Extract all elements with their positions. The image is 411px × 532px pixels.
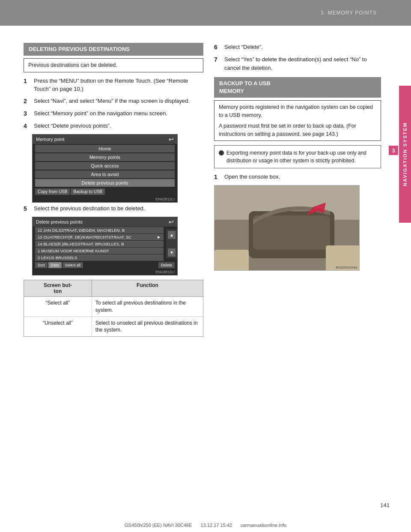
screen-list-item-3: 14 BLAES(R.)/BLAESSTRAAT, BRUXELLES, B: [35, 241, 164, 247]
page-number: 141: [380, 502, 390, 508]
screen-mockup-memory-point: Memory point ↩ Home Memory points Quick …: [32, 134, 178, 203]
screen-buttons-table: Screen but-ton Function “Select all” To …: [24, 280, 203, 337]
screen-1-title: Memory point: [36, 137, 65, 142]
table-cell-unselect-all-label: “Unselect all”: [24, 317, 92, 337]
footer: GS450h/250 (EE) NAVI 30C48E 13.12.17 15:…: [0, 523, 411, 528]
table-row-select-all: “Select all” To select all previous dest…: [24, 297, 203, 317]
screen-list-item-1: 12 JAN DILSSTRAAT, DIEGEM, MACHELEN, B: [35, 227, 164, 233]
svg-rect-3: [253, 215, 330, 250]
left-column: DELETING PREVIOUS DESTINATIONS Previous …: [24, 43, 203, 337]
step-7-number: 7: [214, 55, 221, 72]
backup-heading-line2: MEMORY: [219, 88, 244, 94]
footer-model: GS450h/250 (EE) NAVI 30C48E: [125, 523, 192, 528]
step-2-number: 2: [24, 97, 30, 106]
screen-list-item-4: 1 MUSEUM VOOR MODERNE KUNST: [35, 248, 164, 254]
backup-heading-line1: BACKUP TO A USB: [219, 80, 271, 87]
step-7-text: Select “Yes” to delete the destination(s…: [224, 55, 381, 72]
bullet-icon: [219, 150, 224, 155]
header-title-text: 3. MEMORY POINTS: [321, 10, 377, 16]
delete-button[interactable]: Delete: [158, 262, 175, 268]
back-arrow-icon-2: ↩: [169, 218, 174, 225]
step-4-text: Select “Delete previous points”.: [34, 122, 203, 131]
side-tab-label: NAVIGATION SYSTEM: [402, 122, 408, 186]
screen-item-area-to-avoid: Area to avoid: [35, 170, 175, 178]
step-6-text: Select “Delete”.: [224, 43, 381, 52]
step-open-console: 1 Open the console box.: [214, 173, 381, 182]
car-console-image: BN20003SNle: [214, 185, 360, 271]
screen-sort-bar: Sort Date Select all Delete: [33, 261, 177, 269]
chapter-number-badge: 3: [389, 146, 398, 155]
screen-1-code: EN42812LI: [33, 197, 177, 202]
screen-item-quick-access: Quick access: [35, 162, 175, 170]
table-header-button: Screen but-ton: [24, 280, 92, 296]
step-open-number: 1: [214, 173, 221, 182]
step-1-number: 1: [24, 77, 30, 93]
info-backup-line2: A password must first be set in order to…: [219, 122, 376, 138]
screen-list-item-5: 2 LEXUS BRUSSELS: [35, 254, 164, 261]
top-header: 3. MEMORY POINTS: [0, 0, 411, 26]
step-3: 3 Select “Memory point” on the navigatio…: [24, 109, 203, 118]
svg-rect-4: [214, 250, 249, 271]
sort-button[interactable]: Sort: [35, 262, 48, 268]
table-cell-select-all-function: To select all previous destinations in t…: [92, 297, 203, 317]
step-4-number: 4: [24, 122, 30, 131]
table-header-function: Function: [92, 280, 203, 296]
note-box-exporting: Exporting memory point data is for your …: [214, 145, 381, 168]
info-box-backup: Memory points registered in the navigati…: [214, 100, 381, 141]
screen-title-bar-1: Memory point ↩: [33, 134, 177, 144]
screen-list-item-2: 13 OUATRECHT(R. DE)/KWATRECHTSTRAAT, SC …: [35, 234, 164, 240]
section-heading-deleting: DELETING PREVIOUS DESTINATIONS: [24, 43, 203, 56]
date-button[interactable]: Date: [48, 262, 62, 268]
step-3-number: 3: [24, 109, 30, 118]
table-header-row: Screen but-ton Function: [24, 280, 203, 297]
screen-item-delete-previous: Delete previous points: [35, 179, 175, 187]
step-2: 2 Select “Navi”, and select “Menu” if th…: [24, 97, 203, 106]
right-column: 6 Select “Delete”. 7 Select “Yes” to del…: [214, 43, 381, 271]
step-2-text: Select “Navi”, and select “Menu” if the …: [34, 97, 203, 106]
info-backup-line1: Memory points registered in the navigati…: [219, 103, 376, 120]
step-1-text: Press the “MENU” button on the Remote To…: [34, 77, 203, 93]
step-6: 6 Select “Delete”.: [214, 43, 381, 52]
header-title-bar: 3. MEMORY POINTS: [0, 0, 411, 26]
back-arrow-icon: ↩: [169, 136, 174, 143]
screen-item-home: Home: [35, 145, 175, 152]
footer-date: 13.12.17 15:42: [201, 523, 232, 528]
note-text: Exporting memory point data is for your …: [226, 149, 376, 164]
screen-2-title: Delete previous points: [36, 219, 83, 224]
table-row-unselect-all: “Unselect all” Select to unselect all pr…: [24, 317, 203, 337]
footer-watermark: carmanualsonline.info: [241, 523, 286, 528]
step-5: 5 Select the previous destination to be …: [24, 204, 203, 213]
section-heading-backup: BACKUP TO A USB MEMORY: [214, 77, 381, 98]
screen-mockup-delete-previous: Delete previous points ↩ 12 JAN DILSSTRA…: [32, 217, 178, 275]
step-5-number: 5: [24, 204, 30, 213]
step-open-text: Open the console box.: [224, 173, 381, 182]
table-cell-unselect-all-function: Select to unselect all previous destinat…: [92, 317, 203, 337]
car-image-svg: [214, 185, 360, 271]
car-image-code: BN20003SNle: [336, 266, 357, 269]
select-all-button[interactable]: Select all: [63, 262, 83, 268]
step-6-number: 6: [214, 43, 221, 52]
info-box-deletable: Previous destinations can be deleted.: [24, 58, 203, 72]
screen-2-code: EN43812LI: [33, 269, 177, 275]
screen-item-memory-points: Memory points: [35, 153, 175, 161]
step-7: 7 Select “Yes” to delete the destination…: [214, 55, 381, 72]
step-1: 1 Press the “MENU” button on the Remote …: [24, 77, 203, 93]
step-4: 4 Select “Delete previous points”.: [24, 122, 203, 131]
side-tab: NAVIGATION SYSTEM: [399, 86, 411, 223]
backup-to-usb-button[interactable]: Backup to USB: [71, 188, 105, 195]
step-5-text: Select the previous destination to be de…: [34, 204, 203, 213]
step-3-text: Select “Memory point” on the navigation …: [34, 109, 203, 118]
screen-title-bar-2: Delete previous points ↩: [33, 217, 177, 227]
copy-from-usb-button[interactable]: Copy from USB: [35, 188, 70, 195]
table-cell-select-all-label: “Select all”: [24, 297, 92, 317]
screen-bottom-bar-1: Copy from USB Backup to USB: [33, 188, 177, 197]
